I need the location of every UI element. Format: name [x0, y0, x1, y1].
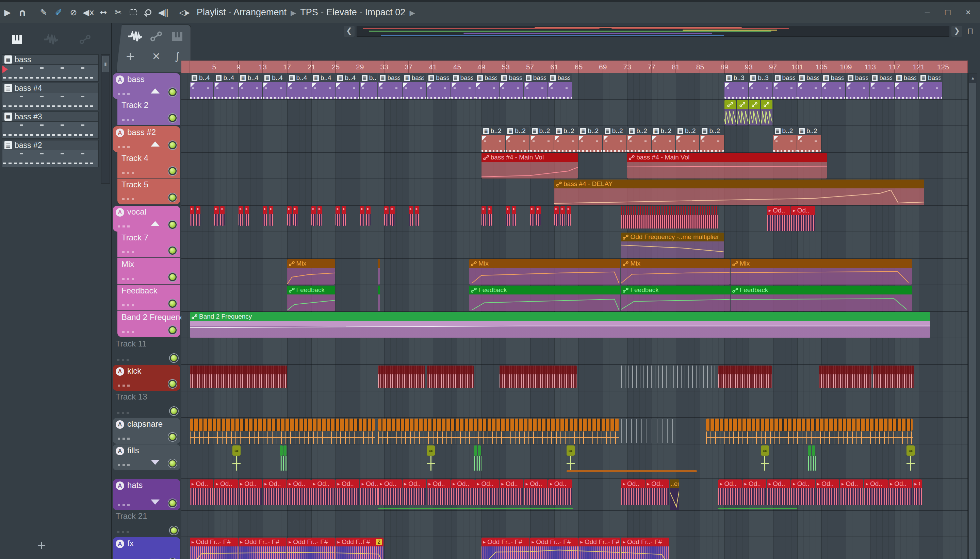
audio-clip[interactable]: ▸Od..: [621, 480, 645, 510]
thin-clip-line[interactable]: [567, 470, 697, 472]
track-header-track-4[interactable]: Track 4: [112, 153, 181, 179]
track-header-bass-2[interactable]: Abass #2: [112, 126, 181, 153]
mute-led[interactable]: [168, 114, 177, 122]
pattern-clip[interactable]: ≣b..4: [311, 73, 335, 99]
slice-tool-icon[interactable]: ✂: [111, 7, 126, 17]
automation-clip[interactable]: Mix: [469, 259, 620, 284]
audio-clip[interactable]: ▸Od..: [311, 480, 335, 510]
pattern-clip[interactable]: ≣bass: [427, 73, 450, 99]
pattern-clip[interactable]: ≣b..2: [530, 126, 554, 152]
timeline-ruler[interactable]: 5913172125293337414549535761656973778185…: [181, 61, 968, 73]
pattern-clip[interactable]: ≣bass: [870, 73, 894, 99]
pattern-clip[interactable]: ≣bass: [524, 73, 547, 99]
audio-clip[interactable]: ▸Od..: [524, 480, 547, 510]
audio-clip[interactable]: ▸Od..: [791, 480, 815, 510]
audio-clip[interactable]: ▸: [342, 206, 346, 226]
pattern-clip[interactable]: ≣bass: [548, 73, 572, 99]
audio-clip[interactable]: ▸Od..: [403, 480, 426, 510]
track-header-kick[interactable]: Akick: [112, 365, 181, 391]
snap-magnet-icon[interactable]: ∩: [15, 7, 30, 18]
add-pattern-button[interactable]: +: [34, 539, 49, 552]
pattern-clip[interactable]: ≣b..2: [797, 126, 821, 152]
fill-clip[interactable]: [808, 445, 816, 471]
audio-clip[interactable]: ▸Odd Fr..- F#: [481, 538, 529, 559]
stretch-tool-icon[interactable]: ↔: [96, 7, 111, 17]
audio-clip[interactable]: ▸Odd F..F#2: [335, 538, 383, 559]
audio-clip[interactable]: ▸: [366, 206, 371, 226]
audio-clip[interactable]: ▸: [335, 206, 340, 226]
playlist-grid[interactable]: ≣b..4≣b..4≣b..4≣b..4≣b..4≣b..4≣b..4≣b..≣…: [181, 73, 968, 559]
mute-led[interactable]: [168, 167, 177, 175]
audio-clip[interactable]: ▸Od..: [864, 480, 887, 510]
track-header-bass[interactable]: Abass: [112, 73, 181, 99]
track-color-block[interactable]: Aclapsnare: [113, 418, 180, 444]
audio-clip[interactable]: ▸Od..: [239, 480, 262, 510]
automation-clip[interactable]: [737, 100, 748, 126]
pattern-item[interactable]: ≣bass #4: [2, 83, 99, 110]
pattern-clip[interactable]: ≣bass: [773, 73, 797, 99]
automation-clip[interactable]: Mix: [731, 259, 912, 284]
automation-sliver-clip[interactable]: [378, 259, 380, 284]
audio-clip[interactable]: ▸Odd Fr..- F#: [287, 538, 335, 559]
pattern-clip[interactable]: ≣b..4: [190, 73, 213, 99]
audio-clip[interactable]: ▸: [311, 206, 316, 226]
select-tool-icon[interactable]: [126, 7, 141, 17]
audio-clip[interactable]: ▸: [506, 206, 510, 226]
kick-audio-stabs[interactable]: [190, 366, 287, 388]
track-header-hats[interactable]: Ahats: [112, 479, 181, 511]
track-header-band-2-frequency[interactable]: Band 2 Frequency: [112, 312, 181, 338]
track-header-vocal[interactable]: Avocal: [112, 206, 181, 232]
audio-clip[interactable]: ▸Od..: [767, 206, 791, 232]
track-color-block[interactable]: Track 7: [118, 232, 180, 257]
pattern-clip[interactable]: ≣bass: [919, 73, 942, 99]
automation-clip[interactable]: [761, 100, 773, 126]
pattern-blocks-icon[interactable]: ⊓: [964, 26, 976, 37]
audio-clip[interactable]: ▸O..: [913, 480, 922, 510]
automation-clip[interactable]: bass #4 - Main Vol: [481, 153, 578, 179]
track-header-track-13[interactable]: Track 13: [112, 391, 181, 418]
audio-clip[interactable]: ▸Odd Fr..- F#: [579, 538, 620, 559]
pattern-clip[interactable]: ≣bass: [378, 73, 401, 99]
track-color-block[interactable]: Afills: [113, 445, 180, 470]
kick-audio-stabs[interactable]: [873, 366, 914, 388]
mute-led[interactable]: [168, 380, 177, 388]
audio-clip[interactable]: ▸: [536, 206, 541, 226]
mute-led[interactable]: [168, 433, 177, 441]
fill-clip[interactable]: [280, 445, 287, 471]
thin-clip-line[interactable]: [718, 508, 797, 509]
audio-clip[interactable]: ▸Odd Fr..- F#: [190, 538, 238, 559]
track-color-block[interactable]: Track 5: [118, 179, 180, 204]
audio-clip[interactable]: ▸Odd Fr..- F#: [239, 538, 287, 559]
audio-clip[interactable]: ▸: [560, 206, 565, 226]
fill-clip[interactable]: ≈: [232, 445, 240, 471]
audio-clip[interactable]: ▸Od..: [190, 480, 213, 510]
kick-audio-stabs[interactable]: [819, 366, 871, 388]
collapse-up-icon[interactable]: [151, 88, 159, 94]
automation-clip[interactable]: Odd Frequency -..me multiplier: [621, 233, 724, 258]
pattern-clip[interactable]: ≣bass: [499, 73, 523, 99]
audio-clip[interactable]: ▸Od..: [645, 480, 669, 510]
automation-clip[interactable]: Mix: [621, 259, 730, 284]
close-button[interactable]: ×: [962, 7, 974, 18]
pattern-clip[interactable]: ≣b..2: [773, 126, 797, 152]
collapse-down-icon[interactable]: [151, 499, 159, 504]
pattern-list-scrollbar[interactable]: ▮: [101, 55, 110, 184]
automation-clip[interactable]: Mix: [287, 259, 335, 284]
tab-automation[interactable]: [68, 35, 102, 46]
tab-pattern-clips[interactable]: [167, 26, 188, 46]
thin-clip-line[interactable]: [378, 508, 572, 509]
automation-clip[interactable]: ..er: [670, 480, 679, 510]
track-color-block[interactable]: Avocal: [113, 206, 180, 232]
mute-led[interactable]: [168, 273, 177, 281]
audio-clip[interactable]: ▸Od..: [816, 480, 839, 510]
tab-automation-clips[interactable]: [146, 26, 167, 46]
pattern-clip[interactable]: ≣b..2: [676, 126, 699, 152]
collapse-up-icon[interactable]: [151, 141, 159, 147]
pattern-clip[interactable]: ≣b..2: [627, 126, 651, 152]
mute-led[interactable]: [168, 460, 177, 468]
mute-led[interactable]: [168, 499, 177, 507]
pattern-preview[interactable]: [2, 64, 99, 82]
audio-clip[interactable]: ▸Odd Fr..- F#: [530, 538, 578, 559]
clapsnare-hits[interactable]: [706, 418, 913, 431]
mute-led[interactable]: [168, 326, 177, 334]
